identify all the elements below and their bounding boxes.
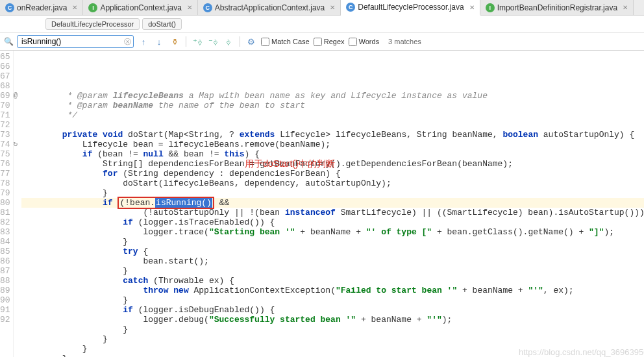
words-checkbox[interactable]: Words: [349, 38, 380, 46]
remove-selection-icon[interactable]: ⁻⎀: [207, 36, 219, 47]
code-line: }: [21, 344, 644, 354]
code-line: }: [21, 266, 644, 276]
file-type-icon: I: [486, 3, 495, 12]
code-line: bean.start();: [21, 256, 644, 266]
close-icon[interactable]: ✕: [187, 4, 192, 11]
select-all-icon[interactable]: ⎀: [223, 36, 234, 47]
tab-label: ApplicationContext.java: [100, 3, 181, 12]
find-input[interactable]: [17, 35, 134, 48]
close-icon[interactable]: ✕: [623, 4, 628, 11]
code-line: catch (Throwable ex) {: [21, 276, 644, 286]
code-line: logger.trace("Starting bean '" + beanNam…: [21, 227, 644, 237]
breadcrumb: DefaultLifecycleProcessor doStart(): [0, 16, 644, 33]
add-selection-icon[interactable]: ⁺⎀: [192, 36, 203, 47]
code-line: try {: [21, 247, 644, 256]
code-line: if (bean != null && bean != this) {: [21, 149, 644, 159]
code-line: }: [21, 188, 644, 198]
clear-icon[interactable]: ⓧ: [124, 37, 131, 47]
code-line: if (logger.isTraceEnabled()) {: [21, 217, 644, 227]
file-type-icon: C: [346, 3, 355, 12]
code-line: private void doStart(Map<String, ? exten…: [21, 130, 644, 140]
code-line: [21, 120, 644, 130]
line-gutter: 6566676869707172737475767778798081828384…: [0, 51, 14, 357]
tab-label: onReader.java: [17, 3, 67, 12]
tab-importbeandefinitionregistrar-java[interactable]: IImportBeanDefinitionRegistrar.java✕: [480, 0, 634, 15]
match-case-checkbox[interactable]: Match Case: [261, 38, 310, 46]
file-type-icon: C: [5, 3, 14, 12]
code-area[interactable]: 用于doStart()中的判断 https://blog.csdn.net/qq…: [18, 51, 644, 357]
code-line: doStart(lifecycleBeans, dependency, auto…: [21, 178, 644, 188]
code-line: for (String dependency : dependenciesFor…: [21, 169, 644, 178]
close-icon[interactable]: ✕: [469, 4, 475, 11]
separator: [240, 36, 240, 47]
code-line: }: [21, 325, 644, 334]
tab-abstractapplicationcontext-java[interactable]: CAbstractApplicationContext.java✕: [198, 0, 341, 15]
close-icon[interactable]: ✕: [72, 4, 77, 11]
tab-label: AbstractApplicationContext.java: [215, 3, 325, 12]
tab-defaultlifecycleprocessor-java[interactable]: CDefaultLifecycleProcessor.java✕: [341, 0, 480, 16]
code-line: */: [21, 110, 644, 120]
code-line: if (!bean.isRunning() &&: [21, 198, 644, 208]
settings-icon[interactable]: ⚙: [245, 36, 257, 47]
code-editor[interactable]: 6566676869707172737475767778798081828384…: [0, 51, 644, 357]
close-icon[interactable]: ✕: [330, 4, 335, 11]
search-icon: 🔍: [4, 37, 13, 46]
prev-up-icon[interactable]: ↑: [138, 36, 149, 47]
code-line: }: [21, 295, 644, 305]
find-bar: 🔍 ⓧ ↑ ↓ ⚱ ⁺⎀ ⁻⎀ ⎀ ⚙ Match Case Regex Wor…: [0, 33, 644, 51]
match-count: 3 matches: [388, 38, 421, 45]
tab-onreader-java[interactable]: ConReader.java✕: [0, 0, 83, 15]
annotation-text: 用于doStart()中的判断: [245, 159, 334, 169]
code-line: throw new ApplicationContextException("F…: [21, 286, 644, 295]
next-down-icon[interactable]: ↓: [153, 36, 165, 47]
file-type-icon: C: [203, 3, 212, 12]
code-line: * @param lifecycleBeans a Map with bean …: [21, 91, 644, 101]
code-line: * @param beanName the name of the bean t…: [21, 101, 644, 110]
editor-tabs: ConReader.java✕IApplicationContext.java✕…: [0, 0, 644, 16]
breadcrumb-class[interactable]: DefaultLifecycleProcessor: [45, 18, 140, 30]
tab-label: DefaultLifecycleProcessor.java: [358, 3, 464, 12]
file-type-icon: I: [88, 3, 97, 12]
code-line: (!autoStartupOnly || !(bean instanceof S…: [21, 208, 644, 217]
code-line: Lifecycle bean = lifecycleBeans.remove(b…: [21, 140, 644, 149]
tab-label: ImportBeanDefinitionRegistrar.java: [497, 3, 617, 12]
breadcrumb-method[interactable]: doStart(): [142, 18, 182, 30]
code-line: if (logger.isDebugEnabled()) {: [21, 305, 644, 315]
regex-checkbox[interactable]: Regex: [314, 38, 345, 46]
code-line: }: [21, 354, 644, 357]
filter-icon[interactable]: ⚱: [169, 36, 180, 47]
gutter-marks: @↻: [14, 51, 18, 357]
code-line: }: [21, 237, 644, 247]
separator: [186, 36, 186, 47]
code-line: }: [21, 334, 644, 344]
code-line: logger.debug("Successfully started bean …: [21, 315, 644, 325]
tab-applicationcontext-java[interactable]: IApplicationContext.java✕: [83, 0, 197, 15]
